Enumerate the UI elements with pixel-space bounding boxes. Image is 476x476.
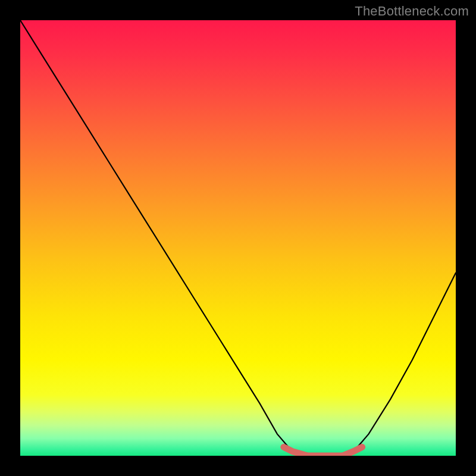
- gradient-background: [20, 20, 456, 456]
- chart-frame: TheBottleneck.com: [0, 0, 476, 476]
- watermark-text: TheBottleneck.com: [355, 4, 469, 19]
- plot-svg: [20, 20, 456, 456]
- plot-area: [20, 20, 456, 456]
